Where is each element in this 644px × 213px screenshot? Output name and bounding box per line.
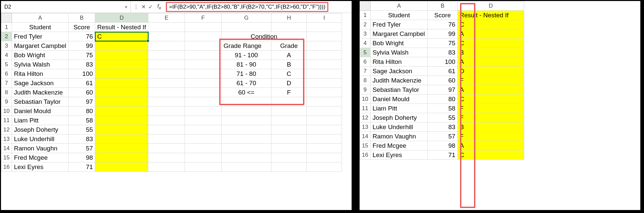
condition-grade[interactable] [271, 125, 307, 134]
student-cell[interactable]: Joseph Doherty [12, 125, 68, 134]
student-cell[interactable]: Sebastian Taylor [370, 85, 427, 95]
result-cell[interactable] [95, 97, 148, 106]
col-head-G[interactable]: G [222, 13, 271, 23]
col-head-D[interactable]: D [95, 13, 148, 23]
cell[interactable] [307, 51, 342, 60]
cell[interactable] [185, 32, 222, 41]
cell[interactable] [148, 60, 185, 69]
student-cell[interactable]: Judith Mackenzie [370, 76, 427, 85]
row-head[interactable]: 5 [1, 60, 12, 69]
student-cell[interactable]: Fred Mcgee [12, 153, 68, 162]
cell[interactable] [148, 41, 185, 51]
condition-range[interactable] [222, 162, 271, 172]
score-cell[interactable]: 55 [427, 113, 457, 122]
condition-range[interactable]: 81 - 90 [222, 60, 271, 69]
cell[interactable] [185, 60, 222, 69]
row-head[interactable]: 10 [360, 95, 371, 104]
score-cell[interactable]: 75 [427, 39, 457, 48]
row-head[interactable]: 14 [360, 132, 371, 141]
result-cell[interactable]: B [457, 122, 524, 132]
col-head-I[interactable]: I [307, 13, 342, 23]
condition-grade[interactable] [271, 162, 307, 172]
grid-right[interactable]: A B D 1 Student Score Result - Nested If… [360, 1, 640, 160]
row-head[interactable]: 6 [1, 69, 12, 79]
result-cell[interactable] [95, 134, 148, 144]
cell[interactable] [185, 41, 222, 51]
result-cell[interactable]: F [457, 113, 524, 122]
cell[interactable] [185, 106, 222, 116]
cell[interactable] [185, 134, 222, 144]
col-head-D[interactable]: D [457, 1, 524, 11]
cell[interactable] [307, 79, 342, 88]
cell[interactable] [271, 23, 307, 32]
row-head[interactable]: 1 [1, 23, 12, 32]
row-head[interactable]: 12 [1, 125, 12, 134]
condition-grade[interactable]: F [271, 88, 307, 97]
condition-range[interactable] [222, 125, 271, 134]
score-cell[interactable]: 71 [427, 150, 457, 160]
result-cell[interactable] [95, 79, 148, 88]
score-cell[interactable]: 57 [427, 132, 457, 141]
cell[interactable] [148, 153, 185, 162]
student-cell[interactable]: Liam Pitt [370, 104, 427, 113]
student-cell[interactable]: Lexi Eyres [12, 162, 68, 172]
condition-range[interactable] [222, 106, 271, 116]
condition-range[interactable] [222, 144, 271, 153]
score-cell[interactable]: 61 [69, 79, 95, 88]
condition-range[interactable]: 61 - 70 [222, 79, 271, 88]
cell[interactable] [185, 23, 222, 32]
score-cell[interactable]: 83 [69, 60, 95, 69]
row-head[interactable]: 4 [1, 51, 12, 60]
cell[interactable] [148, 69, 185, 79]
condition-title[interactable]: Condition [222, 32, 307, 41]
result-cell[interactable]: B [457, 48, 524, 57]
cell[interactable] [307, 41, 342, 51]
col-head-B[interactable]: B [427, 1, 457, 11]
condition-grade[interactable] [271, 134, 307, 144]
row-head[interactable]: 12 [360, 113, 371, 122]
cell[interactable] [307, 23, 342, 32]
score-cell[interactable]: 100 [69, 69, 95, 79]
result-cell[interactable] [95, 116, 148, 125]
score-cell[interactable]: 55 [69, 125, 95, 134]
score-cell[interactable]: 83 [69, 134, 95, 144]
score-cell[interactable]: 58 [427, 104, 457, 113]
row-head[interactable]: 2 [360, 20, 371, 29]
result-cell[interactable] [95, 60, 148, 69]
result-cell[interactable]: A [457, 85, 524, 95]
student-cell[interactable]: Bob Wright [370, 39, 427, 48]
student-cell[interactable]: Ramon Vaughn [12, 144, 68, 153]
row-head[interactable]: 16 [1, 162, 12, 172]
cell[interactable] [185, 51, 222, 60]
formula-bar[interactable]: =IF(B2>90,"A",IF(B2>80,"B",IF(B2>70,"C",… [166, 1, 352, 13]
result-cell[interactable] [95, 88, 148, 97]
result-cell[interactable] [95, 162, 148, 172]
cell[interactable] [222, 23, 271, 32]
student-cell[interactable]: Sylvia Walsh [370, 48, 427, 57]
col-head-F[interactable]: F [185, 13, 222, 23]
condition-range[interactable]: Grade Range [222, 41, 271, 51]
header-score[interactable]: Score [427, 11, 457, 20]
cell[interactable] [185, 79, 222, 88]
row-head[interactable]: 8 [1, 88, 12, 97]
header-result[interactable]: Result - Nested If [457, 11, 524, 20]
row-head[interactable]: 3 [1, 41, 12, 51]
score-cell[interactable]: 83 [427, 122, 457, 132]
result-cell[interactable] [95, 153, 148, 162]
condition-range[interactable] [222, 134, 271, 144]
result-cell[interactable] [95, 106, 148, 116]
cell[interactable] [307, 60, 342, 69]
student-cell[interactable]: Fred Mcgee [370, 141, 427, 150]
condition-range[interactable] [222, 97, 271, 106]
score-cell[interactable]: 97 [69, 97, 95, 106]
score-cell[interactable]: 100 [427, 57, 457, 67]
header-result[interactable]: Result - Nested If [95, 23, 148, 32]
header-student[interactable]: Student [370, 11, 427, 20]
cancel-icon[interactable]: ✕ [141, 4, 146, 10]
col-head-H[interactable]: H [271, 13, 307, 23]
select-all-corner[interactable] [360, 1, 371, 11]
condition-grade[interactable] [271, 116, 307, 125]
result-cell[interactable]: F [457, 76, 524, 85]
score-cell[interactable]: 76 [427, 20, 457, 29]
condition-range[interactable]: 60 <= [222, 88, 271, 97]
